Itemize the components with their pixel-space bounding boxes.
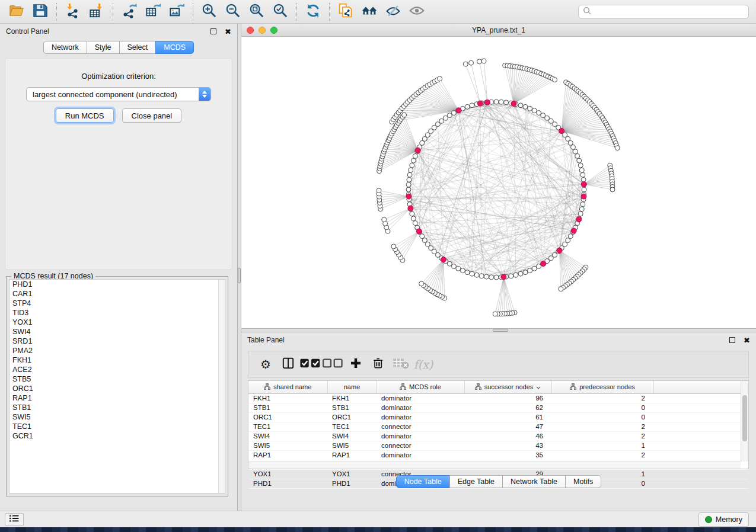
network-node[interactable] xyxy=(410,211,414,216)
show-all-button[interactable] xyxy=(405,2,429,21)
column-header-shared-name[interactable]: shared name xyxy=(248,381,327,393)
network-node[interactable] xyxy=(465,270,470,275)
deselect-all-checkboxes-button[interactable] xyxy=(322,354,344,375)
tab-node-table[interactable]: Node Table xyxy=(396,475,450,488)
leaf-node[interactable] xyxy=(391,244,396,249)
leaf-node[interactable] xyxy=(493,312,497,316)
table-row[interactable]: SWI4SWI4dominator462 xyxy=(248,431,748,441)
mcds-node-item[interactable]: STB1 xyxy=(9,403,225,412)
export-network-button[interactable] xyxy=(117,2,141,21)
float-table-panel-icon[interactable] xyxy=(729,337,735,343)
table-row[interactable]: STB1STB1dominator620 xyxy=(248,403,748,412)
mcds-node[interactable] xyxy=(511,101,516,107)
tab-select[interactable]: Select xyxy=(119,41,157,54)
close-panel-icon[interactable]: ✖ xyxy=(225,28,231,36)
tab-style[interactable]: Style xyxy=(87,41,120,54)
mcds-node[interactable] xyxy=(557,248,562,253)
mcds-node-item[interactable]: SRD1 xyxy=(9,336,225,346)
network-node[interactable] xyxy=(523,270,528,275)
network-node[interactable] xyxy=(504,100,509,105)
network-node[interactable] xyxy=(460,268,465,273)
network-node[interactable] xyxy=(513,273,518,277)
import-network-button[interactable] xyxy=(61,2,85,21)
network-node[interactable] xyxy=(579,168,584,172)
mcds-node-item[interactable]: TID3 xyxy=(9,308,225,318)
network-node[interactable] xyxy=(537,264,541,269)
mcds-result-list[interactable]: PHD1CAR1STP4TID3YOX1SWI4SRD1PMA2FKH1ACE2… xyxy=(9,279,225,493)
add-column-button[interactable] xyxy=(344,354,367,375)
mcds-node-item[interactable]: RAP1 xyxy=(9,393,225,403)
leaf-node[interactable] xyxy=(481,59,486,63)
mcds-node[interactable] xyxy=(576,217,582,222)
network-node[interactable] xyxy=(411,158,416,163)
network-node[interactable] xyxy=(409,168,413,172)
refresh-view-button[interactable] xyxy=(301,2,325,21)
network-node[interactable] xyxy=(580,202,585,207)
network-node[interactable] xyxy=(420,234,425,239)
settings-gear-button[interactable]: ⚙ xyxy=(254,354,277,375)
network-node[interactable] xyxy=(413,221,417,226)
mcds-node[interactable] xyxy=(406,194,412,199)
mcds-node[interactable] xyxy=(408,206,413,211)
hide-selected-button[interactable] xyxy=(381,2,405,21)
export-table-button[interactable] xyxy=(141,2,165,21)
network-node[interactable] xyxy=(518,103,523,108)
table-row[interactable]: RAP1RAP1dominator352 xyxy=(248,450,748,460)
network-node[interactable] xyxy=(470,271,474,276)
mcds-node[interactable] xyxy=(501,274,506,280)
import-table-button[interactable] xyxy=(85,2,109,21)
leaf-node[interactable] xyxy=(402,113,407,117)
first-neighbors-button[interactable] xyxy=(358,2,381,21)
network-node[interactable] xyxy=(532,266,537,271)
network-node[interactable] xyxy=(494,275,499,280)
table-row[interactable]: ORC1ORC1dominator610 xyxy=(248,412,748,422)
table-row[interactable]: FKH1FKH1dominator962 xyxy=(248,393,748,403)
mcds-node[interactable] xyxy=(581,194,586,199)
column-header-successor-nodes[interactable]: successor nodes xyxy=(464,381,551,393)
network-node[interactable] xyxy=(528,268,532,273)
network-node[interactable] xyxy=(537,111,541,116)
network-node[interactable] xyxy=(410,163,414,168)
network-node[interactable] xyxy=(407,172,412,177)
network-node[interactable] xyxy=(489,275,494,280)
tab-motifs[interactable]: Motifs xyxy=(565,475,601,488)
column-header-predecessor-nodes[interactable]: predecessor nodes xyxy=(551,381,653,393)
float-panel-icon[interactable] xyxy=(210,28,216,34)
horizontal-splitter-handle[interactable] xyxy=(493,329,508,332)
leaf-node[interactable] xyxy=(559,287,563,291)
mcds-node-item[interactable]: ACE2 xyxy=(9,365,225,374)
duplicate-network-button[interactable] xyxy=(334,2,358,21)
mcds-node-item[interactable]: FKH1 xyxy=(9,355,225,365)
table-horizontal-scrollbar[interactable] xyxy=(248,462,741,469)
network-node[interactable] xyxy=(456,266,461,271)
network-node[interactable] xyxy=(582,187,586,192)
network-node[interactable] xyxy=(578,163,583,168)
leaf-node[interactable] xyxy=(419,281,424,286)
export-image-button[interactable] xyxy=(165,2,189,21)
mcds-node[interactable] xyxy=(559,129,564,134)
mcds-list-scrollbar[interactable] xyxy=(218,280,225,493)
open-file-button[interactable] xyxy=(5,2,28,21)
close-table-panel-icon[interactable]: ✖ xyxy=(744,336,750,344)
mcds-node[interactable] xyxy=(415,148,420,153)
table-scrollbar-thumb[interactable] xyxy=(742,395,747,441)
leaf-node[interactable] xyxy=(615,146,620,150)
leaf-node[interactable] xyxy=(553,78,557,82)
network-node[interactable] xyxy=(575,153,580,158)
network-node[interactable] xyxy=(465,104,470,109)
network-node[interactable] xyxy=(447,113,452,118)
leaf-node[interactable] xyxy=(610,187,615,192)
search-input[interactable] xyxy=(592,5,748,18)
zoom-fit-button[interactable] xyxy=(245,2,269,21)
network-node[interactable] xyxy=(484,274,489,279)
mcds-node-item[interactable]: STB5 xyxy=(9,374,225,384)
search-field[interactable] xyxy=(578,5,749,19)
mcds-node-item[interactable]: SWI5 xyxy=(9,412,225,422)
table-row[interactable]: TEC1TEC1connector472 xyxy=(248,422,748,431)
zoom-selected-button[interactable] xyxy=(269,2,292,21)
mcds-node[interactable] xyxy=(456,108,461,113)
network-node[interactable] xyxy=(571,145,576,149)
mcds-node-item[interactable]: ORC1 xyxy=(9,384,225,393)
network-node[interactable] xyxy=(518,271,523,276)
mcds-node-item[interactable]: YOX1 xyxy=(9,318,225,327)
